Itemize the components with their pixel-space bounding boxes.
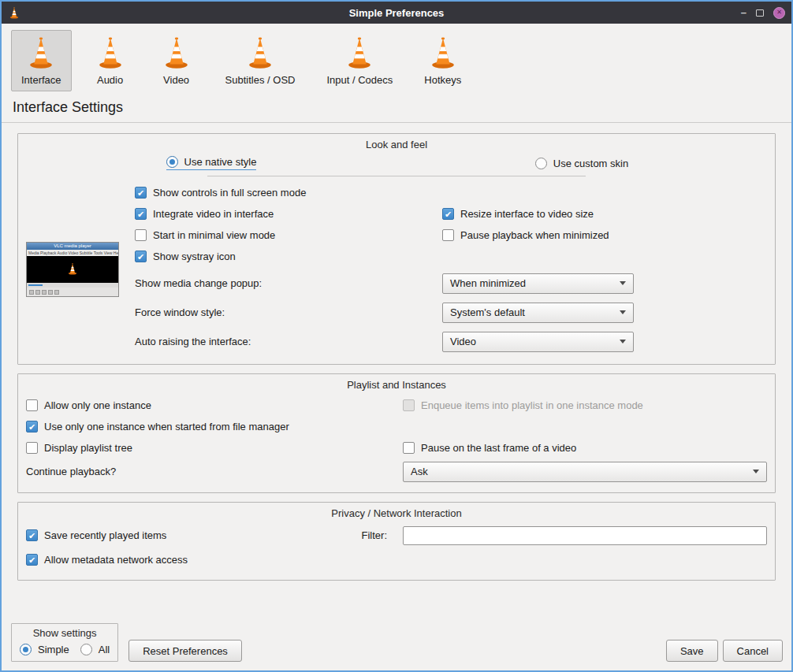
look-feel-checkboxes: Show controls in full screen mode Integr… [135, 183, 767, 268]
checkbox-integrate-video-box[interactable] [135, 208, 147, 220]
media-change-popup-select[interactable]: When minimized [442, 273, 634, 294]
tab-audio[interactable]: Audio [83, 30, 138, 91]
checkbox-pause-last-frame[interactable]: Pause on the last frame of a video [403, 442, 576, 454]
tab-video[interactable]: Video [149, 30, 204, 91]
tab-interface-label: Interface [21, 74, 61, 86]
checkbox-save-recent-items-label: Save recently played items [44, 529, 166, 541]
radio-show-settings-all-label: All [99, 644, 110, 655]
checkbox-pause-last-frame-box[interactable] [403, 442, 415, 454]
vlc-cone-logo-icon [8, 6, 20, 19]
subtitles-osd-icon [243, 35, 277, 72]
radio-show-settings-simple[interactable]: Simple [20, 644, 69, 655]
radio-show-settings-simple-label: Simple [38, 644, 69, 655]
footer: Show settings Simple All Reset Preferenc… [11, 623, 783, 670]
auto-raising-label: Auto raising the interface: [135, 336, 442, 347]
radio-show-settings-all[interactable]: All [80, 644, 110, 655]
checkbox-one-instance-file-manager[interactable]: Use only one instance when started from … [26, 421, 289, 433]
checkbox-resize-interface-box[interactable] [442, 208, 454, 220]
continue-playback-select[interactable]: Ask [403, 462, 767, 482]
checkbox-allow-one-instance-box[interactable] [26, 399, 38, 411]
auto-raising-select[interactable]: Video [442, 332, 634, 352]
cancel-button[interactable]: Cancel [723, 640, 783, 662]
preview-controls [27, 288, 118, 296]
checkbox-start-minimal-view-label: Start in minimal view mode [153, 229, 275, 241]
filter-label: Filter: [362, 529, 388, 541]
checkbox-resize-interface[interactable]: Resize interface to video size [442, 208, 594, 220]
radio-show-settings-simple-control[interactable] [20, 644, 32, 655]
auto-raising-value: Video [450, 336, 476, 347]
force-window-style-value: System's default [450, 306, 525, 318]
group-privacy-network-title: Privacy / Network Interaction [26, 506, 767, 523]
preview-cone-icon [66, 262, 79, 277]
checkbox-show-systray-icon-box[interactable] [135, 251, 147, 262]
checkbox-pause-when-minimized[interactable]: Pause playback when minimized [442, 229, 609, 241]
checkbox-one-instance-file-manager-label: Use only one instance when started from … [44, 421, 289, 433]
checkbox-allow-one-instance-label: Allow only one instance [44, 399, 151, 411]
checkbox-show-controls-fullscreen-box[interactable] [135, 187, 147, 199]
chevron-down-icon [753, 470, 759, 473]
tab-subtitles-osd[interactable]: Subtitles / OSD [215, 30, 306, 91]
radio-show-settings-all-control[interactable] [80, 644, 92, 655]
audio-icon [93, 35, 128, 72]
close-button[interactable]: ✕ [773, 7, 785, 19]
save-button[interactable]: Save [666, 640, 718, 662]
radio-use-custom-skin-control[interactable] [535, 158, 547, 169]
group-look-and-feel-title: Look and feel [26, 137, 767, 154]
restore-button[interactable] [756, 9, 764, 17]
radio-use-custom-skin[interactable]: Use custom skin [535, 156, 628, 170]
checkbox-integrate-video[interactable]: Integrate video in interface [135, 208, 274, 220]
checkbox-show-systray-icon[interactable]: Show systray icon [135, 251, 236, 262]
minimize-button[interactable]: – [741, 9, 746, 17]
checkbox-show-systray-icon-label: Show systray icon [153, 251, 236, 262]
titlebar[interactable]: Simple Preferences – ✕ [2, 2, 791, 24]
checkbox-allow-metadata-network[interactable]: Allow metadata network access [26, 554, 188, 566]
checkbox-resize-interface-label: Resize interface to video size [460, 208, 594, 220]
interface-preview-thumbnail: VLC media player Media Playback Audio Vi… [26, 242, 119, 297]
tab-input-codecs[interactable]: Input / Codecs [316, 30, 403, 91]
checkbox-start-minimal-view[interactable]: Start in minimal view mode [135, 229, 275, 241]
reset-preferences-button[interactable]: Reset Preferences [128, 640, 242, 662]
radio-use-native-style[interactable]: Use native style [166, 156, 257, 170]
filter-input[interactable] [403, 526, 767, 545]
checkbox-allow-one-instance[interactable]: Allow only one instance [26, 399, 151, 411]
checkbox-save-recent-items-box[interactable] [26, 529, 38, 541]
tab-hotkeys[interactable]: Hotkeys [414, 30, 471, 91]
checkbox-start-minimal-view-box[interactable] [135, 229, 147, 241]
media-change-popup-value: When minimized [450, 277, 526, 289]
media-change-popup-label: Show media change popup: [135, 277, 442, 289]
group-privacy-network: Privacy / Network Interaction Save recen… [17, 502, 776, 581]
style-radio-row: Use native style Use custom skin [26, 156, 767, 170]
group-show-settings-title: Show settings [20, 627, 110, 644]
chevron-down-icon [620, 281, 626, 285]
checkbox-pause-last-frame-label: Pause on the last frame of a video [421, 442, 576, 454]
preview-titlebar: VLC media player [27, 243, 118, 250]
simple-preferences-window: Simple Preferences – ✕ Interface Audio [0, 0, 793, 672]
interface-cone-icon [24, 35, 58, 72]
tab-audio-label: Audio [97, 74, 123, 86]
checkbox-show-controls-fullscreen[interactable]: Show controls in full screen mode [135, 187, 306, 199]
page-title: Interface Settings [13, 99, 791, 116]
input-codecs-icon [342, 35, 377, 72]
group-show-settings: Show settings Simple All [11, 623, 118, 662]
tab-video-label: Video [163, 74, 189, 86]
force-window-style-label: Force window style: [135, 306, 442, 318]
radio-use-native-style-label: Use native style [184, 156, 257, 168]
tab-interface[interactable]: Interface [11, 30, 72, 91]
checkbox-display-playlist-tree-box[interactable] [26, 442, 38, 454]
video-icon [159, 35, 194, 72]
chevron-down-icon [620, 340, 626, 343]
checkbox-allow-metadata-network-box[interactable] [26, 554, 38, 566]
checkbox-enqueue-items-label: Enqueue items into playlist in one insta… [421, 399, 643, 411]
preview-menubar: Media Playback Audio Video Subtitle Tool… [27, 250, 118, 256]
continue-playback-value: Ask [411, 466, 428, 477]
group-look-and-feel: Look and feel Use native style Use custo… [17, 133, 776, 365]
window-title: Simple Preferences [2, 7, 791, 19]
checkbox-one-instance-file-manager-box[interactable] [26, 421, 38, 433]
preview-seekbar [27, 283, 118, 288]
checkbox-pause-when-minimized-box[interactable] [442, 229, 454, 241]
checkbox-display-playlist-tree[interactable]: Display playlist tree [26, 442, 132, 454]
radio-use-native-style-control[interactable] [166, 156, 178, 168]
force-window-style-select[interactable]: System's default [442, 303, 634, 323]
checkbox-save-recent-items[interactable]: Save recently played items [26, 529, 166, 541]
group-playlist-instances: Playlist and Instances Allow only one in… [17, 373, 776, 493]
